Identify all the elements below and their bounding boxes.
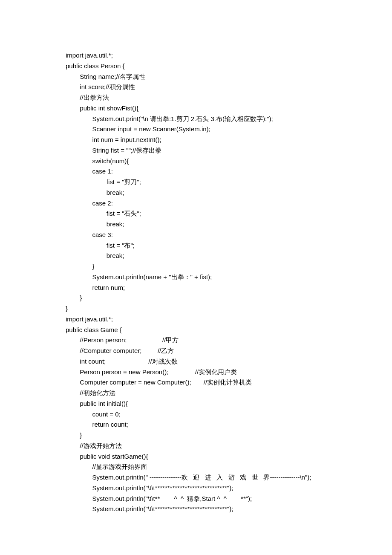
- code-line: Computer computer = new Computer(); //实例…: [66, 377, 364, 388]
- code-line: count = 0;: [66, 409, 364, 420]
- code-line: switch(num){: [66, 156, 364, 167]
- code-line: public void startGame(){: [66, 451, 364, 462]
- code-line: System.out.print("\n 请出拳:1.剪刀 2.石头 3.布(输…: [66, 114, 364, 124]
- code-block: import java.util.*;public class Person {…: [66, 50, 364, 515]
- code-line: }: [66, 293, 364, 304]
- code-line: //Person person; //甲方: [66, 335, 364, 346]
- code-line: //游戏开始方法: [66, 441, 364, 451]
- code-line: System.out.println(" ---------------欢 迎 …: [66, 472, 364, 483]
- code-line: case 1:: [66, 166, 364, 177]
- code-line: import java.util.*;: [66, 50, 364, 61]
- code-line: case 3:: [66, 230, 364, 240]
- code-line: fist = "石头";: [66, 208, 364, 219]
- code-line: public int initial(){: [66, 399, 364, 409]
- code-line: System.out.println("\t\t****************…: [66, 504, 364, 515]
- code-line: int score;//积分属性: [66, 82, 364, 92]
- code-line: //Computer computer; //乙方: [66, 346, 364, 356]
- code-line: Person person = new Person(); //实例化用户类: [66, 367, 364, 378]
- code-line: System.out.println(name + "出拳：" + fist);: [66, 272, 364, 283]
- code-line: break;: [66, 219, 364, 230]
- code-line: break;: [66, 188, 364, 198]
- code-line: int num = input.nextInt();: [66, 135, 364, 145]
- code-line: //显示游戏开始界面: [66, 462, 364, 472]
- code-line: fist = "布";: [66, 240, 364, 251]
- code-line: }: [66, 304, 364, 314]
- code-line: break;: [66, 251, 364, 261]
- code-line: public class Person {: [66, 61, 364, 72]
- code-line: return num;: [66, 283, 364, 293]
- code-line: //出拳方法: [66, 92, 364, 103]
- code-line: System.out.println("\t\t** ^_^ 猜拳,Start …: [66, 494, 364, 504]
- code-line: }: [66, 430, 364, 441]
- code-line: public int showFist(){: [66, 103, 364, 114]
- code-line: fist = "剪刀";: [66, 177, 364, 188]
- code-line: public class Game {: [66, 325, 364, 335]
- code-line: Scanner input = new Scanner(System.in);: [66, 124, 364, 135]
- code-line: int count; //对战次数: [66, 356, 364, 367]
- document-page: import java.util.*;public class Person {…: [0, 0, 364, 515]
- code-line: String fist = "";//保存出拳: [66, 145, 364, 156]
- code-line: }: [66, 261, 364, 272]
- code-line: return count;: [66, 419, 364, 430]
- code-line: System.out.println("\t\t****************…: [66, 483, 364, 494]
- code-line: import java.util.*;: [66, 314, 364, 325]
- code-line: String name;//名字属性: [66, 72, 364, 82]
- code-line: case 2:: [66, 198, 364, 209]
- code-line: //初始化方法: [66, 388, 364, 399]
